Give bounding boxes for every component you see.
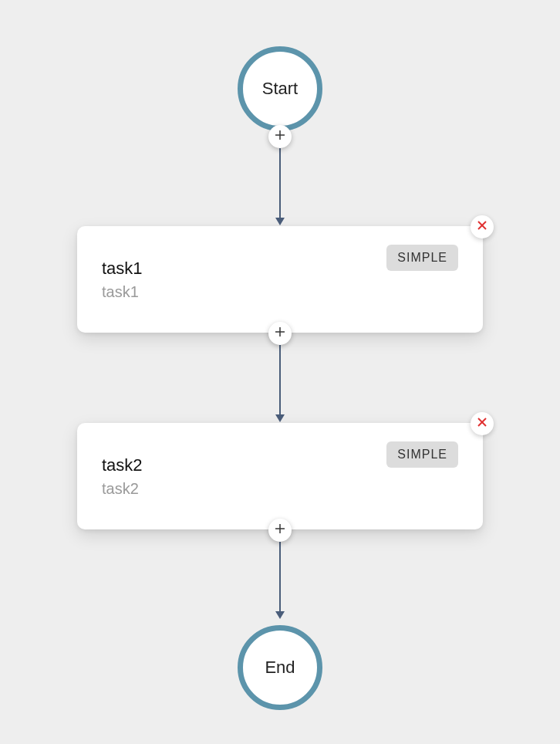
task-type-badge: SIMPLE <box>386 245 458 271</box>
connector-line <box>279 345 281 414</box>
add-after-start-button[interactable] <box>268 125 292 148</box>
task-text-block: task1 task1 <box>102 259 143 301</box>
plus-icon <box>275 326 285 340</box>
task-node-task1[interactable]: task1 task1 SIMPLE <box>77 226 483 333</box>
start-node[interactable]: Start <box>238 46 322 131</box>
task-subtitle: task2 <box>102 480 143 498</box>
delete-task1-button[interactable] <box>471 215 494 238</box>
task-title: task1 <box>102 259 143 279</box>
close-icon <box>477 417 487 431</box>
add-after-task2-button[interactable] <box>268 519 292 542</box>
connector-line <box>279 542 281 611</box>
add-after-task1-button[interactable] <box>268 322 292 345</box>
plus-icon <box>275 130 285 144</box>
arrowhead-icon <box>275 218 285 225</box>
arrowhead-icon <box>275 414 285 422</box>
task-subtitle: task1 <box>102 283 143 301</box>
task-text-block: task2 task2 <box>102 455 143 498</box>
plus-icon <box>275 523 285 537</box>
task-title: task2 <box>102 455 143 475</box>
delete-task2-button[interactable] <box>471 412 494 435</box>
task-node-task2[interactable]: task2 task2 SIMPLE <box>77 423 483 529</box>
start-label: Start <box>262 79 298 99</box>
end-node[interactable]: End <box>238 625 322 710</box>
workflow-canvas[interactable]: Start task1 task1 SIMPLE task2 <box>0 0 560 744</box>
connector-line <box>279 148 281 218</box>
arrowhead-icon <box>275 611 285 619</box>
close-icon <box>477 220 487 234</box>
task-type-badge: SIMPLE <box>386 441 458 468</box>
end-label: End <box>265 658 295 678</box>
